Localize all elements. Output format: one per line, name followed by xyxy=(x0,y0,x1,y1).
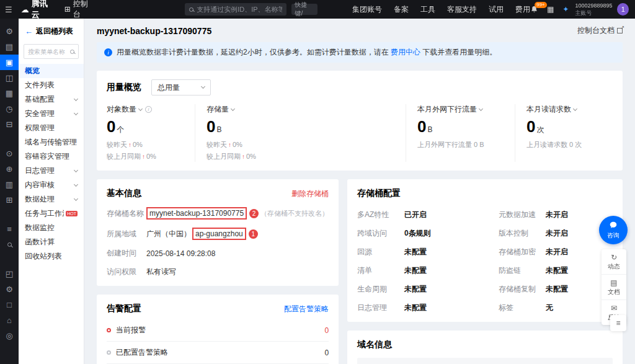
settings-icon[interactable]: ⚙ xyxy=(0,24,19,39)
alarm-config-card: 告警配置 配置告警策略 当前报警 0 已配置告警策略 0 xyxy=(97,295,339,364)
config-row-versioning: 版本控制未开启 xyxy=(499,228,613,239)
current-alarm-row[interactable]: 当前报警 0 xyxy=(107,319,329,342)
tools-icon[interactable]: ◫ xyxy=(0,70,19,86)
hot-badge: HOT xyxy=(66,211,78,216)
tencent-cloud-logo[interactable]: ☁ 腾讯云 xyxy=(21,0,53,20)
main-content: myynet-backup-1317090775 控制台文档 i 用量概览数据非… xyxy=(84,19,635,364)
sidebar-item-basic-config[interactable]: 基础配置 xyxy=(19,92,84,107)
console-label: 控制台 xyxy=(73,0,93,20)
sidebar-item-log-management[interactable]: 日志管理 xyxy=(19,164,84,178)
configured-policy-count: 0 xyxy=(324,348,329,357)
menu-collapse-icon[interactable]: ☰ xyxy=(0,5,17,14)
nav-tools[interactable]: 工具 xyxy=(420,4,435,15)
add-icon[interactable]: ⊕ xyxy=(0,161,19,177)
sidebar-item-overview[interactable]: 概览 xyxy=(19,64,84,78)
config-row-metadata-accel: 元数据加速未开启 xyxy=(499,210,613,220)
history-clock-icon[interactable]: ◷ xyxy=(0,101,19,117)
global-search[interactable] xyxy=(185,3,286,16)
doc-icon: ▤ xyxy=(610,278,617,287)
toolbar-collapse-button[interactable]: ≡ xyxy=(610,315,626,331)
nav-billing[interactable]: 费用 xyxy=(515,4,530,15)
gear-icon[interactable]: ⚙ xyxy=(0,282,19,297)
metric-storage: 存储量 0B 较昨天↑0% 较上月同期↑0% xyxy=(195,104,406,162)
promo-sparkle-icon[interactable]: ✦ xyxy=(562,5,569,14)
sidebar-item-domain-transfer[interactable]: 域名与传输管理 xyxy=(19,135,84,149)
sidebar-item-fault-tolerance[interactable]: 容错容灾管理 xyxy=(19,149,84,164)
rail-search-icon[interactable] xyxy=(0,237,19,252)
news-button[interactable]: ↻ 动态 xyxy=(602,249,626,274)
search-icon xyxy=(70,50,74,54)
chevron-down-icon[interactable] xyxy=(231,106,235,110)
sidebar-item-tasks-workflow[interactable]: 任务与工作流HOT xyxy=(19,206,84,221)
monitor-icon[interactable]: ⊙ xyxy=(0,146,19,161)
nav-trial[interactable]: 试用 xyxy=(489,4,504,15)
billing-center-link[interactable]: 费用中心 xyxy=(391,48,420,56)
calculator-icon[interactable]: ▦ xyxy=(547,5,554,14)
chevron-down-icon[interactable] xyxy=(138,106,143,110)
nav-icp[interactable]: 备案 xyxy=(394,4,409,15)
consult-button[interactable]: 咨询 xyxy=(599,216,628,244)
access-permission-value: 私有读写 xyxy=(146,267,176,277)
nav-group-account[interactable]: 集团账号 xyxy=(352,4,382,15)
account-id: 100029889895 xyxy=(575,2,612,9)
storage-box-icon[interactable]: ◰ xyxy=(0,266,19,282)
sidebar-item-content-audit[interactable]: 内容审核 xyxy=(19,178,84,192)
created-time-value: 2025-08-14 09:28:08 xyxy=(146,249,215,258)
delete-bucket-link[interactable]: 删除存储桶 xyxy=(291,189,329,199)
cos-storage-icon[interactable]: ▣ xyxy=(0,55,19,70)
feedback-icon: ✉ xyxy=(611,304,617,313)
chevron-down-icon[interactable] xyxy=(479,106,483,110)
bucket-name-note: （存储桶不支持改名） xyxy=(260,209,329,218)
configure-alarm-policy-link[interactable]: 配置告警策略 xyxy=(284,304,329,314)
nav-support[interactable]: 客服支持 xyxy=(447,4,477,15)
console-nav[interactable]: ⊞ 控制台 xyxy=(64,0,93,20)
created-time-row: 创建时间 2025-08-14 09:28:08 xyxy=(107,248,329,259)
sidebar-item-recycle-bin[interactable]: 回收站列表 xyxy=(19,249,84,264)
bucket-config-left-column: 多AZ特性已开启 跨域访问0条规则 回源未配置 清单未配置 生命周期未配置 日志… xyxy=(357,202,471,313)
alarm-dot-icon xyxy=(107,328,111,332)
sidebar-item-file-list[interactable]: 文件列表 xyxy=(19,78,84,92)
config-row-multi-az: 多AZ特性已开启 xyxy=(357,210,471,220)
archive-icon[interactable]: ⊟ xyxy=(0,117,19,132)
info-icon[interactable]: ◎ xyxy=(0,328,19,344)
docs-button[interactable]: ▤ 文档 xyxy=(602,274,626,300)
notification-bell-icon[interactable]: 99+ xyxy=(530,6,538,14)
sidebar-search[interactable] xyxy=(24,44,79,59)
sidebar-item-data-processing[interactable]: 数据处理 xyxy=(19,192,84,206)
home-icon[interactable]: ⌂ xyxy=(0,313,19,328)
bucket-name-row: 存储桶名称 myynet-backup-1317090775 2 （存储桶不支持… xyxy=(107,207,329,220)
chat-bubble-icon xyxy=(609,221,618,231)
sidebar-item-function-compute[interactable]: 函数计算 xyxy=(19,235,84,249)
avatar[interactable]: 1 xyxy=(617,3,629,16)
configured-policy-row[interactable]: 已配置告警策略 0 xyxy=(107,342,329,364)
account-info[interactable]: 100029889895 主账号 xyxy=(575,2,612,16)
usage-scope-select[interactable]: 总用量 xyxy=(151,79,211,95)
notification-badge: 99+ xyxy=(535,2,547,8)
global-search-input[interactable] xyxy=(197,6,282,13)
usage-overview-card: 用量概览 总用量 对象数量 i 0个 较昨天↑0% 较上月同期↑0% 存储量 xyxy=(97,71,623,171)
chevron-down-icon xyxy=(201,84,205,89)
list-icon[interactable]: ≡ xyxy=(0,221,19,237)
news-icon: ↻ xyxy=(611,253,617,262)
back-to-bucket-list[interactable]: ← 返回桶列表 xyxy=(19,19,84,43)
up-arrow-icon: ↑ xyxy=(142,153,145,160)
console-doc-link[interactable]: 控制台文档 xyxy=(577,25,623,36)
sidebar-item-permissions[interactable]: 权限管理 xyxy=(19,121,84,135)
chevron-down-icon xyxy=(74,182,78,186)
sidebar-item-security[interactable]: 安全管理 xyxy=(19,107,84,121)
sidebar-search-input[interactable] xyxy=(28,48,68,55)
up-arrow-icon: ↑ xyxy=(228,141,231,148)
annotation-badge-2: 2 xyxy=(249,209,259,218)
document-icon[interactable]: ▥ xyxy=(0,177,19,192)
policy-dot-icon xyxy=(107,350,111,355)
apps-icon[interactable]: ⊞ xyxy=(0,192,19,208)
products-grid-icon[interactable]: ▤ xyxy=(0,39,19,55)
info-icon[interactable]: i xyxy=(145,106,152,113)
shortcut-key-chip[interactable]: 快捷键/ xyxy=(291,4,318,15)
calendar-icon[interactable]: ▦ xyxy=(0,86,19,101)
sidebar-item-data-monitor[interactable]: 数据监控 xyxy=(19,221,84,235)
basic-info-title: 基本信息 xyxy=(107,188,141,199)
bucket-config-right-column: 元数据加速未开启 版本控制未开启 存储桶加密未开启 防盗链未配置 存储桶复制未配… xyxy=(499,202,613,313)
window-icon[interactable]: □ xyxy=(0,297,19,313)
chevron-down-icon[interactable] xyxy=(573,106,577,110)
